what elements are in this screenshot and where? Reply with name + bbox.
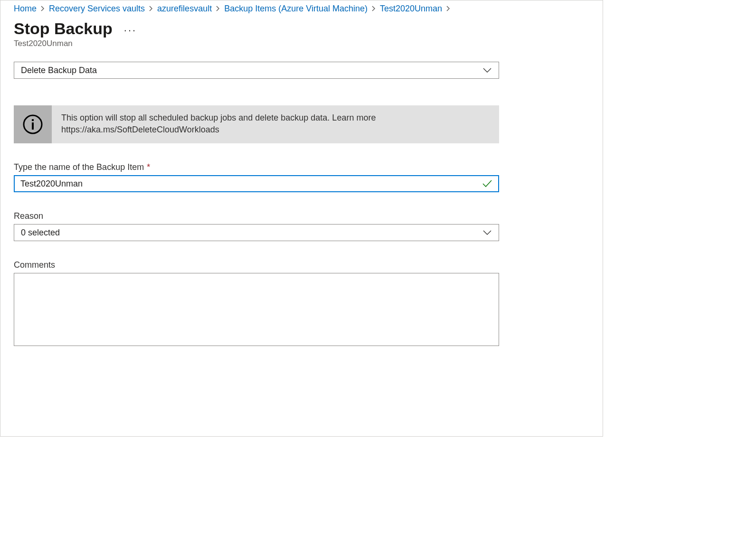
checkmark-icon [482,179,492,188]
comments-label: Comments [14,260,499,270]
info-banner-text-line1: This option will stop all scheduled back… [61,112,376,124]
info-icon [14,105,52,143]
reason-label: Reason [14,211,499,221]
breadcrumb-backup-items[interactable]: Backup Items (Azure Virtual Machine) [224,2,368,15]
page-title: Stop Backup [14,19,113,38]
chevron-right-icon [445,6,452,11]
backup-item-name-label: Type the name of the Backup Item* [14,162,499,172]
chevron-right-icon [215,6,221,11]
info-banner-text-line2: https://aka.ms/SoftDeleteCloudWorkloads [61,124,376,136]
reason-dropdown[interactable]: 0 selected [14,224,499,241]
backup-item-name-input-wrap [14,175,499,192]
reason-selected: 0 selected [21,228,60,238]
svg-rect-1 [32,119,34,121]
breadcrumb-recovery-services-vaults[interactable]: Recovery Services vaults [49,2,145,15]
chevron-down-icon [482,67,492,73]
breadcrumb-home[interactable]: Home [14,2,37,15]
breadcrumb-vault-name[interactable]: azurefilesvault [157,2,212,15]
chevron-right-icon [148,6,154,11]
chevron-down-icon [482,230,492,235]
chevron-right-icon [370,6,377,11]
backup-item-name-input[interactable] [19,178,477,189]
breadcrumb-item-name[interactable]: Test2020Unman [380,2,442,15]
page-subtitle: Test2020Unman [0,39,603,48]
comments-textarea[interactable] [14,273,499,346]
info-banner: This option will stop all scheduled back… [14,105,499,143]
more-actions-button[interactable]: ··· [124,21,137,37]
backup-action-selected: Delete Backup Data [21,65,97,75]
chevron-right-icon [39,6,46,11]
backup-action-dropdown[interactable]: Delete Backup Data [14,62,499,79]
breadcrumb: Home Recovery Services vaults azurefiles… [0,0,603,15]
svg-rect-2 [32,122,34,130]
required-indicator: * [147,162,150,172]
